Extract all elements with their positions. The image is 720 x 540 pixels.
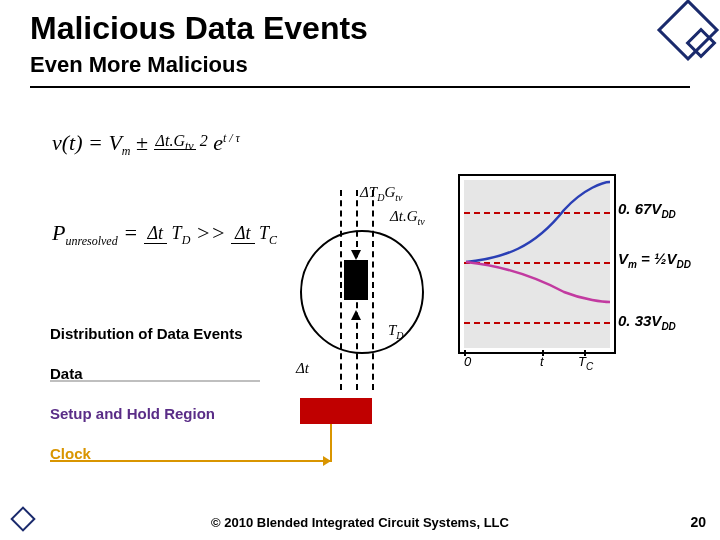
voltage-graph: [458, 174, 616, 354]
title-divider: [30, 86, 690, 88]
dt-box: [344, 260, 368, 300]
setup-hold-box: [300, 398, 372, 424]
logo-top-right: [666, 8, 710, 56]
voltage-graph-bg: [464, 180, 610, 348]
dash-line-3: [372, 190, 374, 390]
slide-title: Malicious Data Events: [30, 10, 368, 47]
curves-svg: [464, 180, 610, 348]
dt-label: ΔΔtt: [296, 360, 309, 377]
formula-punresolved: Punresolved = Δt TD >> Δt TC: [52, 220, 277, 249]
arrow-down-icon: [351, 250, 361, 260]
data-line: [50, 380, 260, 382]
label-vm: Vm = ½VDD: [618, 250, 691, 270]
page-number: 20: [690, 514, 706, 530]
tdg-label: ΔTDGtv: [360, 184, 402, 203]
formula-vt-lhs: v(t) = V: [52, 130, 122, 155]
label-033vdd: 0. 33VDD: [618, 312, 676, 332]
clock-arrow: [50, 460, 330, 462]
slide-subtitle: Even More Malicious: [30, 52, 248, 78]
distribution-label: Distribution of Data Events: [50, 325, 243, 342]
tgv-label: Δt.Gtv: [390, 208, 425, 227]
arrow-up-icon: [351, 310, 361, 320]
setup-hold-label: Setup and Hold Region: [50, 405, 215, 422]
axis-label-t: t: [540, 354, 544, 369]
dash-line-1: [340, 190, 342, 390]
axis-label-0: 0: [464, 354, 471, 369]
timing-diagram: ΔΔtt TD ΔTDGtv Δt.Gtv: [260, 190, 440, 390]
footer-copyright: © 2010 Blended Integrated Circuit System…: [0, 515, 720, 530]
label-067vdd: 0. 67VDD: [618, 200, 676, 220]
td-label: TD: [388, 322, 404, 341]
formula-vt: v(t) = Vm ± Δt.Gtv 2 et / τ: [52, 130, 240, 159]
axis-label-tc: TC: [578, 354, 593, 372]
